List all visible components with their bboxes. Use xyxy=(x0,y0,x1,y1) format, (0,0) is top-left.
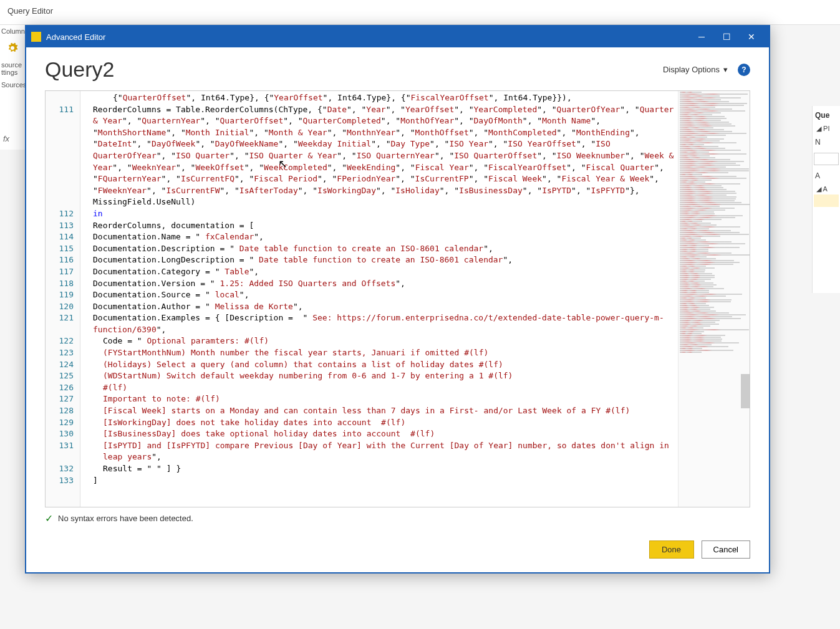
syntax-status-text: No syntax errors have been detected. xyxy=(58,514,193,523)
formula-bar-fx[interactable]: fx xyxy=(3,134,9,143)
nav-sources-label: Sources xyxy=(0,79,25,91)
right-all-label[interactable]: A xyxy=(813,166,840,185)
parent-window-titlebar: Query Editor xyxy=(0,0,840,25)
done-button[interactable]: Done xyxy=(649,540,694,559)
close-button[interactable]: ✕ xyxy=(739,27,764,46)
nav-source-label: source ttings xyxy=(0,59,25,79)
parent-window-title: Query Editor xyxy=(0,0,840,22)
right-applied-step[interactable] xyxy=(814,194,839,207)
display-options-label: Display Options xyxy=(663,65,720,74)
right-name-label: N xyxy=(813,133,840,151)
right-properties-panel: Que ◢ PI N A ◢ A xyxy=(812,106,840,293)
right-name-input[interactable] xyxy=(814,153,839,165)
app-icon xyxy=(31,32,41,42)
chevron-down-icon: ▾ xyxy=(723,65,728,74)
minimize-button[interactable]: ─ xyxy=(689,27,714,46)
modal-title: Advanced Editor xyxy=(46,32,689,42)
right-query-section[interactable]: Que xyxy=(813,106,840,125)
maximize-button[interactable]: ☐ xyxy=(714,27,739,46)
display-options-dropdown[interactable]: Display Options ▾ xyxy=(663,65,728,74)
right-properties-toggle[interactable]: ◢ PI xyxy=(813,125,840,133)
parent-left-nav: Column source ttings Sources xyxy=(0,25,25,150)
minimap[interactable] xyxy=(678,91,750,507)
right-applied-toggle[interactable]: ◢ A xyxy=(813,185,840,193)
right-applied-label: A xyxy=(823,185,827,193)
code-content[interactable]: {"QuarterOffset", Int64.Type}, {"YearOff… xyxy=(80,91,678,507)
query-name-heading: Query2 xyxy=(45,57,115,82)
syntax-status-row: ✓ No syntax errors have been detected. xyxy=(45,507,750,529)
modal-titlebar[interactable]: Advanced Editor ─ ☐ ✕ xyxy=(26,26,769,47)
help-icon[interactable]: ? xyxy=(738,64,750,76)
advanced-editor-window: Advanced Editor ─ ☐ ✕ Query2 Display Opt… xyxy=(25,25,770,574)
line-number-gutter: 111 112113114115116117118119120121 12212… xyxy=(46,91,80,507)
code-editor[interactable]: 111 112113114115116117118119120121 12212… xyxy=(45,90,750,507)
right-properties-label: PI xyxy=(823,125,829,132)
cancel-button[interactable]: Cancel xyxy=(702,540,750,559)
minimap-thumb[interactable] xyxy=(741,374,750,408)
nav-column-label: Column xyxy=(0,25,25,37)
check-icon: ✓ xyxy=(45,512,53,524)
gear-icon[interactable] xyxy=(7,42,18,54)
